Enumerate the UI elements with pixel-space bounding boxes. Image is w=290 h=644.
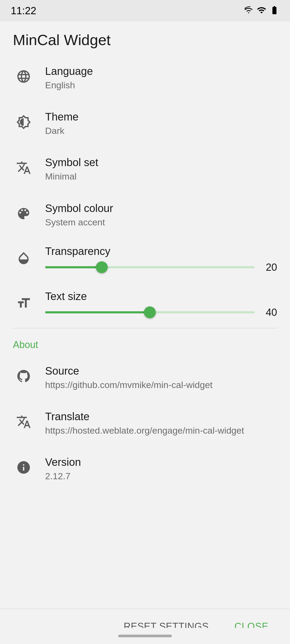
language-icon [13, 66, 34, 87]
settings-item-version[interactable]: Version 2.12.7 [0, 446, 290, 492]
about-list: Source https://github.com/mvmike/min-cal… [0, 355, 290, 492]
transparency-icon [13, 247, 34, 269]
text-size-value: 40 [261, 307, 277, 318]
about-label: About [13, 339, 38, 350]
symbol-set-icon [13, 157, 34, 178]
source-subtitle: https://github.com/mvmike/min-cal-widget [45, 379, 277, 391]
transparency-slider-row: 20 [45, 262, 277, 273]
app-title: MinCal Widget [13, 31, 277, 49]
version-content: Version 2.12.7 [45, 456, 277, 482]
symbol-set-title: Symbol set [45, 156, 277, 169]
settings-item-transparency[interactable]: Transparency 20 [0, 238, 290, 283]
settings-item-theme[interactable]: Theme Dark [0, 101, 290, 146]
wifi-icon [244, 5, 253, 16]
settings-item-translate[interactable]: Translate https://hosted.weblate.org/eng… [0, 400, 290, 446]
settings-list: Language English Theme Dark Symbol set M… [0, 55, 290, 328]
translate-subtitle: https://hosted.weblate.org/engage/min-ca… [45, 425, 277, 436]
text-size-icon [13, 292, 34, 314]
home-indicator [118, 635, 172, 637]
text-size-content: Text size 40 [45, 290, 277, 318]
symbol-colour-icon [13, 203, 34, 224]
github-icon [13, 365, 34, 387]
transparency-label: Transparency [45, 245, 277, 257]
battery-icon [270, 5, 279, 16]
source-content: Source https://github.com/mvmike/min-cal… [45, 364, 277, 391]
settings-item-source[interactable]: Source https://github.com/mvmike/min-cal… [0, 355, 290, 400]
settings-item-text-size[interactable]: Text size 40 [0, 283, 290, 328]
theme-subtitle: Dark [45, 125, 277, 137]
text-size-label: Text size [45, 290, 277, 302]
text-size-slider-row: 40 [45, 307, 277, 318]
nav-bar [0, 628, 290, 644]
source-title: Source [45, 364, 277, 377]
translate-icon [13, 411, 34, 433]
app-header: MinCal Widget [0, 21, 290, 55]
transparency-value: 20 [261, 262, 277, 273]
status-time: 11:22 [11, 5, 36, 17]
transparency-track[interactable] [45, 266, 255, 268]
status-icons [244, 5, 279, 16]
translate-title: Translate [45, 410, 277, 423]
about-section-header: About [0, 328, 290, 355]
transparency-content: Transparency 20 [45, 245, 277, 273]
theme-title: Theme [45, 110, 277, 123]
language-title: Language [45, 65, 277, 78]
settings-item-symbol-colour[interactable]: Symbol colour System accent [0, 192, 290, 238]
translate-content: Translate https://hosted.weblate.org/eng… [45, 410, 277, 436]
version-subtitle: 2.12.7 [45, 470, 277, 482]
symbol-colour-subtitle: System accent [45, 216, 277, 228]
settings-item-symbol-set[interactable]: Symbol set Minimal [0, 146, 290, 192]
version-title: Version [45, 456, 277, 469]
theme-icon [13, 111, 34, 133]
symbol-colour-content: Symbol colour System accent [45, 202, 277, 228]
info-icon [13, 457, 34, 478]
language-subtitle: English [45, 79, 277, 91]
theme-content: Theme Dark [45, 110, 277, 137]
signal-icon [257, 5, 266, 16]
status-bar: 11:22 [0, 0, 290, 21]
symbol-set-content: Symbol set Minimal [45, 156, 277, 182]
language-content: Language English [45, 65, 277, 91]
text-size-track[interactable] [45, 311, 255, 313]
symbol-set-subtitle: Minimal [45, 170, 277, 182]
symbol-colour-title: Symbol colour [45, 202, 277, 215]
settings-item-language[interactable]: Language English [0, 55, 290, 101]
